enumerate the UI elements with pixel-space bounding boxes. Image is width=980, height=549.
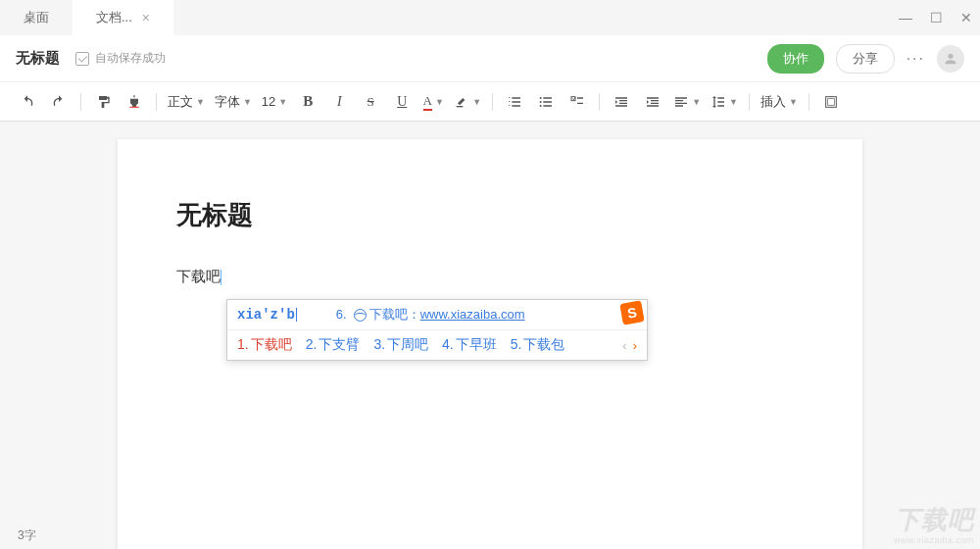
browser-icon [354,309,367,322]
text-cursor [220,270,221,285]
clear-format-button[interactable] [121,88,148,116]
line-spacing-dropdown[interactable]: ▼ [708,88,741,116]
chevron-down-icon: ▼ [692,97,701,107]
font-size-label: 12 [262,94,275,109]
avatar[interactable] [937,45,964,73]
autosave-icon [75,52,89,66]
insert-label: 插入 [760,93,786,111]
paragraph-style-label: 正文 [168,93,193,111]
ime-web-label: 下载吧： [369,307,420,322]
chevron-down-icon: ▼ [196,97,205,107]
svg-rect-6 [826,96,837,107]
bold-button[interactable]: B [294,88,321,116]
svg-point-4 [540,105,542,107]
ime-pagination: ‹ › [622,338,637,353]
chevron-down-icon: ▼ [243,97,252,107]
svg-rect-7 [828,98,835,105]
tab-close-icon[interactable]: × [142,10,150,25]
ime-pinyin-input: xia'z'b [237,307,295,323]
ime-web-url: www.xiazaiba.com [420,307,525,322]
chevron-down-icon: ▼ [435,97,444,107]
ime-web-num: 6. [336,307,347,322]
fullscreen-button[interactable] [817,88,845,116]
font-dropdown[interactable]: 字体▼ [212,88,255,116]
underline-button[interactable]: U [388,88,416,116]
maximize-icon[interactable]: ☐ [930,10,943,25]
document-title[interactable]: 无标题 [16,49,60,68]
sogou-logo-icon: S [619,300,644,324]
format-painter-button[interactable] [89,88,117,116]
ime-candidate-1[interactable]: 1.下载吧 [237,336,292,354]
ime-candidates-row: 1.下载吧 2.下支臂 3.下周吧 4.下早班 5.下载包 ‹ › [227,330,647,360]
page-heading[interactable]: 无标题 [176,198,804,232]
svg-rect-1 [457,106,464,107]
chevron-down-icon: ▼ [789,97,798,107]
ime-candidate-4[interactable]: 4.下早班 [442,336,497,354]
minimize-icon[interactable]: — [899,10,912,25]
ime-panel: xia'z'b 6.下载吧：www.xiazaiba.com S 1.下载吧 2… [226,299,648,361]
collab-button[interactable]: 协作 [767,44,824,74]
tab-label: 文档... [96,9,132,26]
ime-caret [296,308,297,322]
font-size-dropdown[interactable]: 12▼ [259,88,290,116]
ime-candidate-3[interactable]: 3.下周吧 [373,336,428,354]
undo-button[interactable] [14,88,41,116]
checklist-button[interactable] [564,88,591,116]
title-row: 无标题 自动保存成功 协作 分享 ··· [0,35,980,82]
svg-rect-0 [129,106,138,107]
redo-button[interactable] [45,88,73,116]
ime-next-icon[interactable]: › [633,338,637,353]
char-count: 3字 [18,527,36,544]
ordered-list-button[interactable] [501,88,528,116]
close-icon[interactable]: ✕ [960,10,972,25]
more-icon[interactable]: ··· [906,50,925,68]
page-body-text[interactable]: 下载吧 [176,268,804,286]
ime-candidate-5[interactable]: 5.下载包 [511,336,565,354]
tabs-bar: 桌面 文档... × — ☐ ✕ [0,0,980,35]
toolbar: 正文▼ 字体▼ 12▼ B I S U A▼ ▼ ▼ ▼ 插入▼ [0,82,980,122]
italic-button[interactable]: I [325,88,353,116]
chevron-down-icon: ▼ [472,97,481,107]
strikethrough-button[interactable]: S [357,88,384,116]
outdent-button[interactable] [608,88,635,116]
chevron-down-icon: ▼ [278,97,287,107]
insert-dropdown[interactable]: 插入▼ [758,88,801,116]
share-button[interactable]: 分享 [836,44,895,74]
ime-prev-icon[interactable]: ‹ [622,338,626,353]
font-label: 字体 [215,93,240,111]
tab-desktop[interactable]: 桌面 [0,0,73,35]
text-color-button[interactable]: A▼ [419,88,447,116]
status-bar: 3字 [0,522,54,549]
chevron-down-icon: ▼ [729,97,738,107]
ime-input-row: xia'z'b 6.下载吧：www.xiazaiba.com S [227,300,647,330]
svg-point-2 [540,97,542,99]
align-dropdown[interactable]: ▼ [670,88,704,116]
svg-point-3 [540,101,542,103]
typed-text: 下载吧 [176,268,220,284]
paragraph-style-dropdown[interactable]: 正文▼ [165,88,208,116]
indent-button[interactable] [639,88,666,116]
autosave-status: 自动保存成功 [95,50,166,67]
window-controls: — ☐ ✕ [899,0,972,35]
highlight-button[interactable]: ▼ [451,88,484,116]
ime-candidate-2[interactable]: 2.下支臂 [306,336,361,354]
ime-web-candidate[interactable]: 6.下载吧：www.xiazaiba.com [336,306,525,324]
unordered-list-button[interactable] [532,88,560,116]
tab-document[interactable]: 文档... × [73,0,173,35]
